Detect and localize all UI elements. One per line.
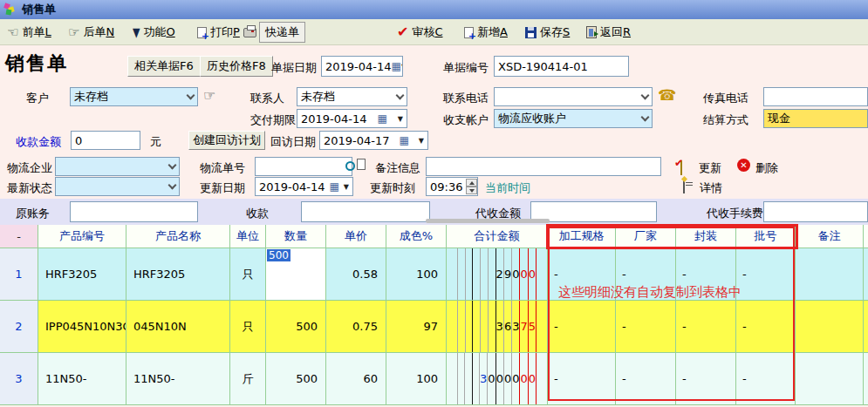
delivery-date-picker[interactable]: 2019-04-14▦▼ <box>297 109 407 128</box>
functions-button[interactable]: ▼ 功能O <box>133 19 175 45</box>
ledger-digit-cell: 5 <box>529 301 537 352</box>
spinner-up-icon[interactable] <box>466 179 477 187</box>
prev-order-button[interactable]: ☜ 前单L <box>7 19 51 45</box>
total-amount-ledger-cell[interactable]: 3000000 <box>447 353 548 405</box>
status-combo[interactable] <box>55 177 180 196</box>
window-titlebar: 销售单 <box>0 0 868 19</box>
logistics-no-input[interactable] <box>255 157 352 176</box>
total-amount-ledger-cell[interactable]: 36375 <box>447 301 548 353</box>
batch-cell[interactable]: - <box>736 248 796 301</box>
customer-lookup-hand-icon[interactable]: ☞ <box>203 89 215 103</box>
product-name-cell[interactable]: 045N10N <box>126 301 230 353</box>
ledger-digit-cell <box>466 301 474 352</box>
contact-phone-combo[interactable] <box>494 87 653 106</box>
yuan-unit-label: 元 <box>150 134 161 150</box>
current-time-link[interactable]: 当前时间 <box>485 180 530 196</box>
save-button[interactable]: 保存S <box>525 19 570 45</box>
note-cell[interactable] <box>796 353 864 405</box>
collect-input[interactable] <box>301 201 430 222</box>
spinner-down-icon[interactable] <box>466 187 477 194</box>
express-order-button[interactable]: 快递单 <box>259 19 305 45</box>
product-name-cell[interactable]: 11N50- <box>126 353 230 405</box>
agency-fee-input[interactable] <box>763 201 868 222</box>
create-visit-plan-button[interactable]: 创建回访计划 <box>188 131 265 150</box>
unit-price-cell[interactable]: 0.75 <box>326 301 386 353</box>
package-cell[interactable]: - <box>676 248 736 301</box>
purity-cell[interactable]: 97 <box>386 301 447 353</box>
ledger-digit-cell: 7 <box>520 301 528 352</box>
sliver-cell <box>864 248 868 301</box>
quantity-cell-editing[interactable]: 500 <box>266 248 326 301</box>
ledger-digit-cell <box>489 301 496 352</box>
update-icon[interactable] <box>680 160 682 175</box>
note-cell[interactable] <box>796 248 864 301</box>
settle-input[interactable]: 现金 <box>763 109 868 128</box>
unit-cell[interactable]: 斤 <box>230 353 266 405</box>
received-amount-input[interactable]: 0 <box>71 131 140 150</box>
row-number-cell[interactable]: 2 <box>0 301 38 353</box>
ledger-digit-cell <box>481 301 489 352</box>
customer-combo[interactable]: 未存档 <box>70 87 198 106</box>
status-label: 最新状态 <box>7 180 52 196</box>
ledger-digit-cell: 9 <box>504 248 512 300</box>
delete-link[interactable]: 删除 <box>755 160 778 176</box>
exit-door-icon <box>586 26 597 38</box>
return-button[interactable]: 返回R <box>586 19 631 45</box>
details-link[interactable]: 详情 <box>700 180 722 196</box>
related-docs-button[interactable]: 相关单据F6 <box>127 56 201 77</box>
add-new-button[interactable]: + 新增A <box>464 19 508 45</box>
note-cell[interactable] <box>796 301 864 353</box>
delete-icon[interactable]: ✕ <box>737 159 750 172</box>
maker-cell[interactable]: - <box>616 301 676 353</box>
purity-cell[interactable]: 100 <box>386 353 447 405</box>
doc-date-picker[interactable]: 2019-04-14▦▼ <box>321 56 403 77</box>
visit-date-label: 回访日期 <box>270 134 316 150</box>
print-button[interactable]: + 打印P <box>197 19 256 45</box>
maker-cell[interactable]: - <box>616 248 676 301</box>
phone-icon[interactable]: ☎ <box>658 88 676 103</box>
spec-cell[interactable]: - <box>548 248 616 301</box>
next-order-button[interactable]: ☞ 后单N <box>68 19 114 45</box>
update-link[interactable]: 更新 <box>699 160 721 176</box>
time-spinner[interactable] <box>466 179 477 194</box>
unit-price-cell[interactable]: 60 <box>326 353 386 405</box>
row-number-cell[interactable]: 1 <box>0 248 38 301</box>
doc-no-input[interactable]: XSD-190414-01 <box>494 56 629 77</box>
collect-label: 收款 <box>246 206 269 221</box>
row-number-cell[interactable]: 3 <box>0 353 38 405</box>
details-icon[interactable] <box>683 179 685 193</box>
quantity-cell[interactable]: 500 <box>266 301 326 353</box>
audit-button[interactable]: ✔ 审核C <box>397 19 442 45</box>
history-price-button[interactable]: 历史价格F8 <box>200 56 273 77</box>
ledger-digit-cell <box>458 248 466 300</box>
maker-cell[interactable]: - <box>616 353 676 405</box>
unit-cell[interactable]: 只 <box>230 301 266 353</box>
account-combo[interactable]: 物流应收账户 <box>494 109 653 128</box>
fax-input[interactable] <box>763 87 868 106</box>
product-name-cell[interactable]: HRF3205 <box>126 248 230 301</box>
orig-account-input[interactable] <box>70 201 198 222</box>
product-code-cell[interactable]: HRF3205 <box>38 248 126 301</box>
package-cell[interactable]: - <box>676 301 736 353</box>
remark-input[interactable] <box>426 157 661 176</box>
update-date-picker[interactable]: 2019-04-14▦▼ <box>255 177 353 196</box>
spec-cell[interactable]: - <box>548 301 616 353</box>
quantity-cell[interactable]: 500 <box>266 353 326 405</box>
batch-cell[interactable]: - <box>736 353 796 405</box>
purity-cell[interactable]: 100 <box>386 248 447 301</box>
unit-cell[interactable]: 只 <box>230 248 266 301</box>
visit-date-picker[interactable]: 2019-04-17▦▼ <box>319 131 428 150</box>
contact-combo[interactable]: 未存档 <box>297 87 407 106</box>
package-cell[interactable]: - <box>676 353 736 405</box>
spec-cell[interactable]: - <box>548 353 616 405</box>
unit-price-cell[interactable]: 0.58 <box>326 248 386 301</box>
header-unit-price: 单价 <box>326 225 386 248</box>
logistics-co-combo[interactable] <box>55 157 180 176</box>
horizontal-scrollbar-thumb[interactable] <box>426 219 550 223</box>
product-code-cell[interactable]: IPP045N10N3G <box>38 301 126 353</box>
product-code-cell[interactable]: 11N50- <box>38 353 126 405</box>
batch-cell[interactable]: - <box>736 301 796 353</box>
contact-label: 联系人 <box>250 91 284 106</box>
update-time-input[interactable]: 09:36 <box>426 177 478 196</box>
total-amount-ledger-cell[interactable]: 29000 <box>447 248 548 301</box>
